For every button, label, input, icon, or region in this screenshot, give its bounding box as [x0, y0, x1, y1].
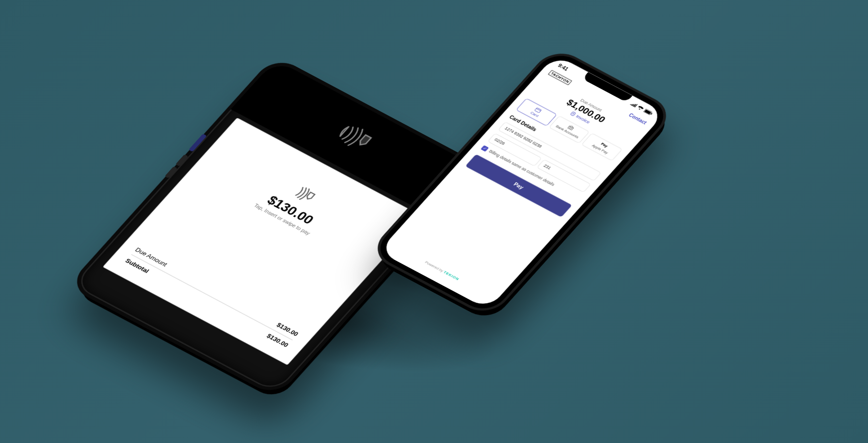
phone-body: 9:41 TACHYON — [371, 49, 673, 316]
svg-rect-3 — [570, 112, 576, 116]
terminal-subtotal-row: Subtotal $130.00 — [122, 254, 292, 351]
terminal-volume-button — [165, 166, 178, 178]
svg-rect-4 — [535, 108, 542, 113]
svg-rect-1 — [644, 109, 651, 114]
powered-by-brand: TEKION — [443, 270, 460, 281]
phone-screen: 9:41 TACHYON — [379, 55, 665, 310]
terminal-side-button — [189, 134, 207, 152]
checkbox-checked-icon[interactable]: ✓ — [481, 145, 489, 152]
contactless-icon — [333, 122, 378, 155]
terminal-volume-button — [175, 155, 188, 166]
terminal-due-row: Due Amount $130.00 — [131, 244, 302, 340]
